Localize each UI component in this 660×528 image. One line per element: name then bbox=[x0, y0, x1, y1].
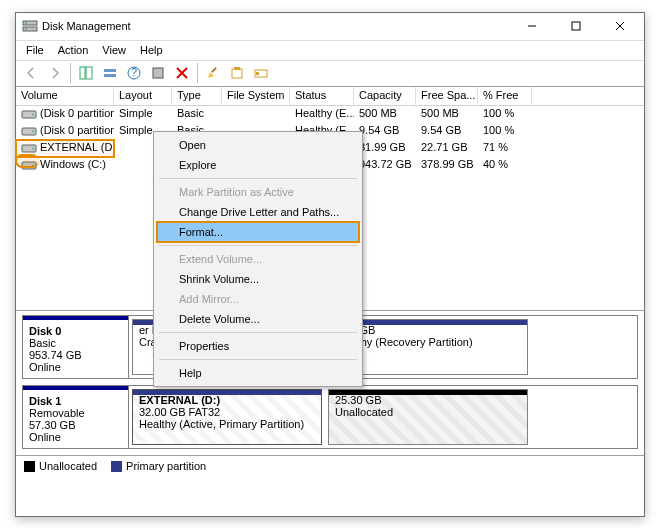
delete-button[interactable] bbox=[171, 62, 193, 84]
close-button[interactable] bbox=[598, 12, 642, 40]
col-volume[interactable]: Volume bbox=[16, 87, 114, 105]
action4-button[interactable] bbox=[250, 62, 272, 84]
settings-button[interactable] bbox=[99, 62, 121, 84]
separator bbox=[197, 63, 198, 83]
menu-item-format[interactable]: Format... bbox=[157, 222, 359, 242]
svg-rect-20 bbox=[256, 72, 259, 75]
disk-status: Online bbox=[29, 361, 122, 373]
app-icon bbox=[22, 18, 38, 34]
maximize-button[interactable] bbox=[554, 12, 598, 40]
svg-rect-14 bbox=[153, 68, 163, 78]
svg-rect-8 bbox=[80, 67, 85, 79]
col-free[interactable]: Free Spa... bbox=[416, 87, 478, 105]
minimize-button[interactable] bbox=[510, 12, 554, 40]
disk-1-header[interactable]: Disk 1 Removable 57.30 GB Online bbox=[23, 386, 129, 448]
menu-file[interactable]: File bbox=[20, 42, 50, 58]
menu-separator bbox=[159, 245, 357, 246]
partition[interactable]: EXTERNAL (D:)32.00 GB FAT32Healthy (Acti… bbox=[132, 389, 322, 445]
svg-rect-10 bbox=[104, 69, 116, 72]
menu-item-extend-volume: Extend Volume... bbox=[157, 249, 359, 269]
forward-button bbox=[44, 62, 66, 84]
svg-text:?: ? bbox=[131, 66, 137, 78]
legend-primary: Primary partition bbox=[111, 460, 206, 473]
svg-rect-18 bbox=[232, 69, 242, 78]
svg-point-3 bbox=[25, 28, 27, 30]
titlebar: Disk Management bbox=[16, 13, 644, 41]
col-pctfree[interactable]: % Free bbox=[478, 87, 532, 105]
window-title: Disk Management bbox=[42, 20, 510, 32]
toolbar: ? bbox=[16, 61, 644, 87]
back-button bbox=[20, 62, 42, 84]
svg-point-2 bbox=[25, 22, 27, 24]
menu-separator bbox=[159, 332, 357, 333]
refresh-button[interactable] bbox=[75, 62, 97, 84]
svg-point-24 bbox=[32, 130, 34, 132]
menu-item-delete-volume[interactable]: Delete Volume... bbox=[157, 309, 359, 329]
svg-rect-9 bbox=[86, 67, 92, 79]
drive-icon bbox=[21, 125, 37, 137]
svg-rect-11 bbox=[104, 74, 116, 77]
action3-button[interactable] bbox=[226, 62, 248, 84]
menu-item-shrink-volume[interactable]: Shrink Volume... bbox=[157, 269, 359, 289]
menubar: File Action View Help bbox=[16, 41, 644, 61]
menu-item-help[interactable]: Help bbox=[157, 363, 359, 383]
disk-name: Disk 1 bbox=[29, 395, 122, 407]
menu-item-change-drive-letter-and-paths[interactable]: Change Drive Letter and Paths... bbox=[157, 202, 359, 222]
help-button[interactable]: ? bbox=[123, 62, 145, 84]
disk-size: 57.30 GB bbox=[29, 419, 122, 431]
menu-item-add-mirror: Add Mirror... bbox=[157, 289, 359, 309]
col-status[interactable]: Status bbox=[290, 87, 354, 105]
svg-rect-5 bbox=[572, 22, 580, 30]
legend-unalloc: Unallocated bbox=[24, 460, 97, 473]
action1-button[interactable] bbox=[147, 62, 169, 84]
menu-separator bbox=[159, 359, 357, 360]
menu-item-properties[interactable]: Properties bbox=[157, 336, 359, 356]
disk-status: Online bbox=[29, 431, 122, 443]
table-row[interactable]: (Disk 0 partition 1)SimpleBasicHealthy (… bbox=[16, 106, 644, 123]
separator bbox=[70, 63, 71, 83]
svg-point-22 bbox=[32, 113, 34, 115]
table-header: Volume Layout Type File System Status Ca… bbox=[16, 87, 644, 106]
disk-1-row: Disk 1 Removable 57.30 GB Online EXTERNA… bbox=[22, 385, 638, 449]
menu-item-open[interactable]: Open bbox=[157, 135, 359, 155]
disk-size: 953.74 GB bbox=[29, 349, 122, 361]
menu-help[interactable]: Help bbox=[134, 42, 169, 58]
context-menu: OpenExploreMark Partition as ActiveChang… bbox=[153, 131, 363, 387]
menu-view[interactable]: View bbox=[96, 42, 132, 58]
window: Disk Management File Action View Help ? … bbox=[15, 12, 645, 517]
highlight-marker bbox=[15, 154, 39, 168]
col-type[interactable]: Type bbox=[172, 87, 222, 105]
svg-point-26 bbox=[32, 147, 34, 149]
disk-type: Basic bbox=[29, 337, 122, 349]
partition[interactable]: 25.30 GBUnallocated bbox=[328, 389, 528, 445]
menu-action[interactable]: Action bbox=[52, 42, 95, 58]
disk-name: Disk 0 bbox=[29, 325, 122, 337]
disk-type: Removable bbox=[29, 407, 122, 419]
menu-separator bbox=[159, 178, 357, 179]
svg-rect-17 bbox=[211, 67, 217, 73]
drive-icon bbox=[21, 108, 37, 120]
col-layout[interactable]: Layout bbox=[114, 87, 172, 105]
legend: Unallocated Primary partition bbox=[16, 455, 644, 477]
col-fs[interactable]: File System bbox=[222, 87, 290, 105]
menu-item-mark-partition-as-active: Mark Partition as Active bbox=[157, 182, 359, 202]
action2-button[interactable] bbox=[202, 62, 224, 84]
menu-item-explore[interactable]: Explore bbox=[157, 155, 359, 175]
drive-icon bbox=[21, 142, 37, 154]
col-capacity[interactable]: Capacity bbox=[354, 87, 416, 105]
disk-0-header[interactable]: Disk 0 Basic 953.74 GB Online bbox=[23, 316, 129, 378]
